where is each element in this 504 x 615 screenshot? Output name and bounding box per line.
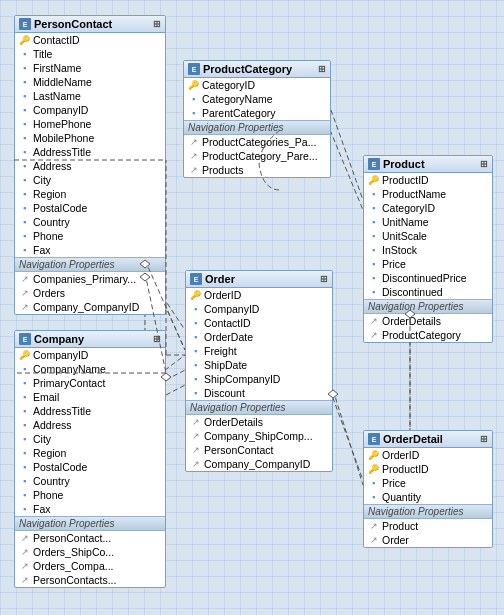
- field-icon-country-pc: ▪: [19, 217, 30, 228]
- entity-icon-product-category: E: [188, 63, 200, 75]
- nav-icon-personcontact-o: ↗: [190, 445, 201, 456]
- field-productid-od: 🔑 ProductID: [364, 462, 492, 476]
- field-shipdate: ▪ ShipDate: [186, 358, 332, 372]
- nav-company-companyid-o: ↗ Company_CompanyID: [186, 457, 332, 471]
- nav-icon-personcontact-c: ↗: [19, 533, 30, 544]
- field-icon-phone-c: ▪: [19, 490, 30, 501]
- nav-personcontact-o: ↗ PersonContact: [186, 443, 332, 457]
- field-icon-freight: ▪: [190, 346, 201, 357]
- field-icon-quantity: ▪: [368, 492, 379, 503]
- nav-orders-pc: ↗ Orders: [15, 286, 165, 300]
- field-icon-companyid-pc: ▪: [19, 105, 30, 116]
- expand-icon-person-contact[interactable]: ⊞: [153, 19, 161, 29]
- nav-company-companyid-pc: ↗ Company_CompanyID: [15, 300, 165, 314]
- field-icon-city-c: ▪: [19, 434, 30, 445]
- nav-icon-orderdetails-o: ↗: [190, 417, 201, 428]
- field-productname: ▪ ProductName: [364, 187, 492, 201]
- field-addresstitle-c: ▪ AddressTitle: [15, 404, 165, 418]
- nav-icon-company-companyid-pc: ↗: [19, 302, 30, 313]
- entity-product-category: E ProductCategory ⊞ 🔑 CategoryID ▪ Categ…: [183, 60, 331, 178]
- field-icon-addresstitle-c: ▪: [19, 406, 30, 417]
- field-contactid-o: ▪ ContactID: [186, 316, 332, 330]
- expand-icon-company[interactable]: ⊞: [153, 334, 161, 344]
- field-icon-region-pc: ▪: [19, 189, 30, 200]
- key-icon-categoryid: 🔑: [188, 80, 199, 91]
- field-orderid: 🔑 OrderID: [186, 288, 332, 302]
- field-phone-pc: ▪ Phone: [15, 229, 165, 243]
- field-icon-addresstitle-pc: ▪: [19, 147, 30, 158]
- entity-icon-order-detail: E: [368, 433, 380, 445]
- field-middlename: ▪ MiddleName: [15, 75, 165, 89]
- field-postalcode-pc: ▪ PostalCode: [15, 201, 165, 215]
- field-title: ▪ Title: [15, 47, 165, 61]
- entity-icon-person-contact: E: [19, 18, 31, 30]
- key-icon-productid-od: 🔑: [368, 464, 379, 475]
- svg-line-15: [166, 385, 185, 395]
- field-icon-mobilephone: ▪: [19, 133, 30, 144]
- nav-personcontacts-c: ↗ PersonContacts...: [15, 573, 165, 587]
- field-icon-categoryid-p: ▪: [368, 203, 379, 214]
- nav-icon-personcontacts-c: ↗: [19, 575, 30, 586]
- nav-companies-primary-pc: ↗ Companies_Primary...: [15, 272, 165, 286]
- field-icon-email: ▪: [19, 392, 30, 403]
- field-icon-productname: ▪: [368, 189, 379, 200]
- svg-line-16: [331, 110, 363, 200]
- entity-header-product-category[interactable]: E ProductCategory ⊞: [184, 61, 330, 78]
- field-icon-discontinuedprice: ▪: [368, 273, 379, 284]
- svg-line-14: [166, 370, 185, 380]
- key-icon-orderid: 🔑: [190, 290, 201, 301]
- nav-icon-orders-shipco: ↗: [19, 547, 30, 558]
- field-productid: 🔑 ProductID: [364, 173, 492, 187]
- field-icon-country-c: ▪: [19, 476, 30, 487]
- field-unitname: ▪ UnitName: [364, 215, 492, 229]
- field-categoryname: ▪ CategoryName: [184, 92, 330, 106]
- expand-icon-product-category[interactable]: ⊞: [318, 64, 326, 74]
- nav-productcategory-pare: ↗ ProductCategory_Pare...: [184, 149, 330, 163]
- nav-personcontact-c: ↗ PersonContact...: [15, 531, 165, 545]
- field-mobilephone: ▪ MobilePhone: [15, 131, 165, 145]
- entity-icon-company: E: [19, 333, 31, 345]
- entity-title-product: Product: [383, 158, 425, 170]
- nav-section-od: Navigation Properties: [364, 504, 492, 519]
- field-icon-postalcode-pc: ▪: [19, 203, 30, 214]
- entity-header-order-detail[interactable]: E OrderDetail ⊞: [364, 431, 492, 448]
- entity-order-detail: E OrderDetail ⊞ 🔑 OrderID 🔑 ProductID ▪ …: [363, 430, 493, 548]
- field-icon-companyname: ▪: [19, 364, 30, 375]
- field-icon-address-c: ▪: [19, 420, 30, 431]
- nav-section-pc: Navigation Properties: [15, 257, 165, 272]
- svg-line-17: [333, 390, 363, 485]
- nav-orderdetails-p: ↗ OrderDetails: [364, 314, 492, 328]
- field-icon-middlename: ▪: [19, 77, 30, 88]
- expand-icon-order[interactable]: ⊞: [320, 274, 328, 284]
- entity-header-person-contact[interactable]: E PersonContact ⊞: [15, 16, 165, 33]
- field-phone-c: ▪ Phone: [15, 488, 165, 502]
- field-quantity: ▪ Quantity: [364, 490, 492, 504]
- field-icon-primarycontact: ▪: [19, 378, 30, 389]
- field-icon-companyid-o: ▪: [190, 304, 201, 315]
- field-country-c: ▪ Country: [15, 474, 165, 488]
- entity-icon-product: E: [368, 158, 380, 170]
- field-price-od: ▪ Price: [364, 476, 492, 490]
- field-icon-phone-pc: ▪: [19, 231, 30, 242]
- expand-icon-order-detail[interactable]: ⊞: [480, 434, 488, 444]
- field-icon-shipcompanyid: ▪: [190, 374, 201, 385]
- field-freight: ▪ Freight: [186, 344, 332, 358]
- nav-icon-products-cat: ↗: [188, 165, 199, 176]
- field-companyid-o: ▪ CompanyID: [186, 302, 332, 316]
- entity-header-company[interactable]: E Company ⊞: [15, 331, 165, 348]
- key-icon-orderid-od: 🔑: [368, 450, 379, 461]
- field-icon-homephone: ▪: [19, 119, 30, 130]
- field-unitscale: ▪ UnitScale: [364, 229, 492, 243]
- entity-header-order[interactable]: E Order ⊞: [186, 271, 332, 288]
- entity-header-product[interactable]: E Product ⊞: [364, 156, 492, 173]
- nav-section-company: Navigation Properties: [15, 516, 165, 531]
- nav-icon-order-od: ↗: [368, 535, 379, 546]
- expand-icon-product[interactable]: ⊞: [480, 159, 488, 169]
- field-address-pc: ▪ Address: [15, 159, 165, 173]
- key-icon-companyid-c: 🔑: [19, 350, 30, 361]
- field-address-c: ▪ Address: [15, 418, 165, 432]
- field-categoryid-p: ▪ CategoryID: [364, 201, 492, 215]
- field-icon-orderdate: ▪: [190, 332, 201, 343]
- nav-icon-productcategory-pare: ↗: [188, 151, 199, 162]
- field-icon-discontinued: ▪: [368, 287, 379, 298]
